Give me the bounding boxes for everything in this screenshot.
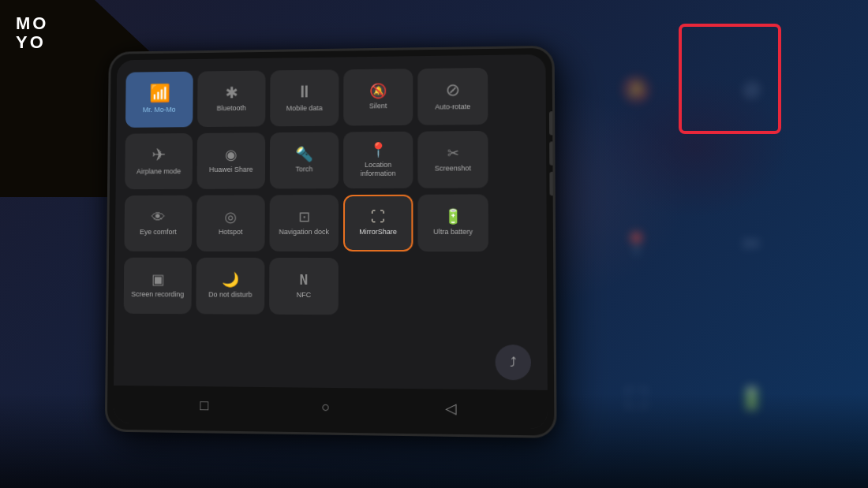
tile-nav-dock-label: Navigation dock	[279, 228, 329, 237]
bg-icon-10: ✂	[698, 170, 805, 317]
tile-huawei-share[interactable]: ◉ Huawei Share	[197, 132, 266, 189]
tile-screen-recording-label: Screen recording	[131, 290, 184, 299]
tile-silent-label: Silent	[369, 102, 387, 110]
brand-logo-line2: YO	[16, 33, 48, 52]
qs-row-1: 📶 Mr. Mo-Mo ✱ Bluetooth ⏸ Mobile data 🔕 …	[125, 67, 537, 128]
nfc-icon: N	[300, 273, 309, 287]
brand-logo-line1: MO	[16, 14, 48, 33]
mobile-data-icon: ⏸	[296, 84, 313, 101]
silent-icon: 🔕	[369, 84, 387, 98]
tile-mobile-data[interactable]: ⏸ Mobile data	[270, 69, 339, 126]
wifi-icon: 📶	[149, 85, 170, 102]
bg-icon-4: 🔕	[582, 16, 690, 162]
android-nav-bar: □ ○ ◁	[114, 386, 548, 429]
tile-location-info[interactable]: 📍 Location information	[343, 132, 413, 188]
home-button[interactable]: ○	[321, 398, 330, 415]
tile-hotspot[interactable]: ◎ Hotspot	[196, 195, 265, 251]
tile-mr-mo-mo[interactable]: 📶 Mr. Mo-Mo	[125, 72, 193, 128]
recents-button[interactable]: □	[200, 397, 208, 414]
brand-logo: MO YO	[16, 14, 48, 52]
torch-icon: 🔦	[296, 147, 313, 162]
tile-navigation-dock[interactable]: ⊡ Navigation dock	[269, 195, 339, 251]
tile-ultra-battery-label: Ultra battery	[433, 228, 473, 237]
bluetooth-icon: ✱	[225, 85, 238, 101]
share-button[interactable]: ⤴	[496, 345, 532, 380]
tile-do-not-disturb[interactable]: 🌙 Do not disturb	[196, 258, 264, 315]
tile-screenshot[interactable]: ✂ Screenshot	[417, 131, 488, 188]
tile-ultra-battery[interactable]: 🔋 Ultra battery	[417, 194, 488, 251]
red-highlight-box	[679, 24, 781, 134]
phone-device: 📶 Mr. Mo-Mo ✱ Bluetooth ⏸ Mobile data 🔕 …	[105, 46, 557, 438]
airplane-icon: ✈	[152, 147, 166, 164]
qs-row-3: 👁 Eye comfort ◎ Hotspot ⊡ Navigation doc…	[124, 194, 537, 251]
hotspot-icon: ◎	[224, 210, 237, 224]
tile-silent[interactable]: 🔕 Silent	[343, 69, 413, 125]
back-button[interactable]: ◁	[445, 400, 456, 418]
tile-nfc-label: NFC	[297, 291, 311, 300]
qs-row-4: ▣ Screen recording 🌙 Do not disturb N NF…	[124, 258, 537, 316]
tile-mirrorshare[interactable]: ⛶ MirrorShare	[343, 195, 413, 251]
ultra-battery-icon: 🔋	[444, 210, 462, 224]
eye-comfort-icon: 👁	[152, 210, 166, 225]
quick-settings-panel: 📶 Mr. Mo-Mo ✱ Bluetooth ⏸ Mobile data 🔕 …	[114, 54, 548, 429]
tile-huawei-share-label: Huawei Share	[209, 166, 253, 174]
tile-mirrorshare-label: MirrorShare	[359, 228, 397, 237]
tile-mr-mo-mo-label: Mr. Mo-Mo	[143, 106, 176, 114]
tile-bluetooth[interactable]: ✱ Bluetooth	[197, 70, 266, 127]
phone-screen: 📶 Mr. Mo-Mo ✱ Bluetooth ⏸ Mobile data 🔕 …	[114, 54, 548, 429]
mirrorshare-icon: ⛶	[371, 210, 385, 224]
qs-row-2: ✈ Airplane mode ◉ Huawei Share 🔦 Torch 📍…	[125, 131, 537, 190]
tile-dnd-label: Do not disturb	[208, 291, 252, 300]
tile-auto-rotate[interactable]: ⊘ Auto-rotate	[417, 68, 488, 125]
bg-icon-9: 📍	[582, 170, 690, 317]
location-icon: 📍	[369, 143, 387, 157]
screenshot-icon: ✂	[447, 146, 458, 160]
huawei-share-icon: ◉	[225, 147, 238, 162]
tile-screenshot-label: Screenshot	[435, 164, 471, 173]
tile-bluetooth-label: Bluetooth	[217, 104, 246, 113]
tile-torch[interactable]: 🔦 Torch	[270, 132, 339, 189]
tile-eye-comfort[interactable]: 👁 Eye comfort	[124, 196, 192, 251]
tile-airplane-mode[interactable]: ✈ Airplane mode	[125, 133, 193, 189]
dnd-icon: 🌙	[222, 273, 239, 287]
tile-location-label: Location information	[346, 160, 410, 177]
tile-screen-recording[interactable]: ▣ Screen recording	[124, 258, 192, 315]
tile-nfc[interactable]: N NFC	[269, 258, 339, 315]
tile-torch-label: Torch	[295, 166, 312, 174]
screen-recording-icon: ▣	[151, 273, 164, 287]
tile-auto-rotate-label: Auto-rotate	[435, 102, 470, 111]
tile-hotspot-label: Hotspot	[219, 228, 243, 237]
tile-airplane-label: Airplane mode	[137, 167, 181, 176]
auto-rotate-icon: ⊘	[446, 81, 460, 99]
tile-mobile-data-label: Mobile data	[286, 104, 323, 113]
nav-dock-icon: ⊡	[298, 210, 310, 224]
tile-eye-comfort-label: Eye comfort	[140, 228, 177, 237]
